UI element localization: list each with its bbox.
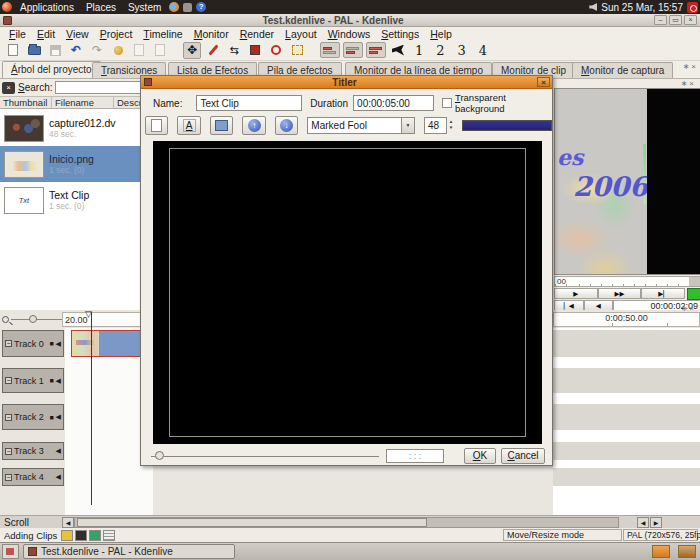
clip-row-capture012[interactable]: capture012.dv 48 sec. bbox=[0, 110, 150, 146]
record-zone-button[interactable] bbox=[687, 288, 700, 300]
timeline-clip-inicio[interactable] bbox=[72, 331, 99, 356]
monitor-ruler[interactable]: 00 bbox=[554, 276, 700, 287]
audio-track-icon[interactable]: ◀ bbox=[56, 377, 61, 385]
track-lane[interactable] bbox=[553, 442, 700, 460]
lower-object-button[interactable]: ↓ bbox=[275, 116, 298, 135]
track-header-1[interactable]: − Track 1 ■ ◀ bbox=[2, 368, 64, 393]
video-track-icon[interactable]: ■ bbox=[49, 377, 53, 384]
layout-4-button[interactable]: 4 bbox=[474, 43, 492, 58]
status-contrast-icon[interactable] bbox=[75, 530, 87, 541]
title-canvas[interactable] bbox=[153, 141, 542, 444]
audio-thumbnails-button[interactable] bbox=[389, 42, 407, 59]
clip-row-inicio[interactable]: Inicio.png 1 sec. (0) bbox=[0, 146, 150, 182]
scrollbar-thumb[interactable] bbox=[77, 518, 427, 527]
open-project-button[interactable] bbox=[25, 42, 43, 59]
track-header-3[interactable]: − Track 3 ◀ bbox=[2, 442, 64, 460]
track-lane[interactable] bbox=[553, 468, 700, 486]
taskbar-window-button[interactable]: Test.kdenlive - PAL - Kdenlive bbox=[23, 544, 235, 559]
menu-edit[interactable]: Edit bbox=[32, 28, 60, 40]
track-lane[interactable] bbox=[553, 330, 700, 357]
add-rect-button[interactable] bbox=[210, 116, 233, 135]
cancel-button[interactable]: Cancel bbox=[501, 448, 545, 464]
spacer-tool-button[interactable]: ⇆ bbox=[225, 42, 243, 59]
track-lane[interactable] bbox=[553, 404, 700, 430]
menu-render[interactable]: Render bbox=[235, 28, 279, 40]
dialog-titlebar[interactable]: Titler × bbox=[141, 76, 552, 89]
window-titlebar[interactable]: Test.kdenlive - PAL - Kdenlive – ▭ × bbox=[0, 14, 700, 27]
menu-timeline[interactable]: Timeline bbox=[138, 28, 187, 40]
timeline-ruler-right[interactable]: 0:00:50.00 bbox=[553, 312, 700, 327]
column-thumbnail[interactable]: Thumbnail bbox=[0, 97, 52, 108]
timeline-position-slider[interactable] bbox=[151, 456, 379, 457]
selected-clip-group[interactable] bbox=[71, 330, 151, 357]
minimize-button[interactable]: – bbox=[654, 15, 667, 25]
move-tool-button[interactable]: ✥ bbox=[183, 42, 201, 59]
menu-layout[interactable]: Layout bbox=[280, 28, 322, 40]
raise-object-button[interactable]: ↑ bbox=[242, 116, 265, 135]
clock[interactable]: Sun 25 Mar, 15:57 bbox=[601, 2, 683, 13]
tab-capture-monitor[interactable]: Monitor de captura bbox=[572, 62, 673, 78]
status-monitor-icon[interactable] bbox=[89, 530, 101, 541]
audio-track-icon[interactable]: ◀ bbox=[56, 340, 61, 348]
layout-1-button[interactable]: 1 bbox=[410, 43, 428, 58]
razor-tool-button[interactable] bbox=[204, 42, 222, 59]
maximize-button[interactable]: ▭ bbox=[669, 15, 682, 25]
text-color-swatch[interactable] bbox=[462, 120, 552, 131]
playhead-line[interactable] bbox=[91, 312, 92, 505]
workspace-switcher-icon[interactable] bbox=[652, 545, 670, 558]
scroll-left-arrow[interactable]: ◀ bbox=[62, 517, 74, 528]
help-icon[interactable]: ? bbox=[196, 2, 206, 12]
background-button[interactable] bbox=[145, 116, 168, 135]
zoom-slider[interactable] bbox=[11, 319, 62, 320]
collapse-icon[interactable]: − bbox=[5, 448, 12, 455]
dock-close-icon[interactable]: × bbox=[689, 79, 696, 88]
places-menu[interactable]: Places bbox=[82, 2, 120, 13]
menu-help[interactable]: Help bbox=[425, 28, 457, 40]
render-button[interactable] bbox=[267, 42, 285, 59]
fast-forward-button[interactable]: ▶▶ bbox=[598, 288, 642, 299]
position-field[interactable]: : : : bbox=[386, 449, 444, 463]
menu-file[interactable]: File bbox=[4, 28, 31, 40]
new-project-button[interactable] bbox=[4, 42, 22, 59]
zoom-slider-handle[interactable] bbox=[29, 315, 37, 323]
pane-scroll-right[interactable]: ▶ bbox=[650, 517, 662, 528]
spin-up-icon[interactable]: ▲ bbox=[449, 120, 453, 125]
distro-logo-icon[interactable] bbox=[2, 2, 12, 12]
track-header-4[interactable]: − Track 4 ◀ bbox=[2, 468, 64, 486]
collapse-icon[interactable]: − bbox=[5, 474, 12, 481]
font-size-stepper[interactable]: ▲ ▼ bbox=[449, 120, 453, 130]
system-menu[interactable]: System bbox=[124, 2, 165, 13]
play-button[interactable]: ▶ bbox=[554, 288, 598, 299]
video-track-icon[interactable]: ■ bbox=[49, 414, 53, 421]
dock-close-icon[interactable]: × bbox=[691, 62, 698, 71]
status-marker-icon[interactable] bbox=[61, 530, 73, 541]
menu-monitor[interactable]: Monitor bbox=[189, 28, 234, 40]
name-field[interactable]: Text Clip bbox=[196, 95, 302, 111]
pane-scroll-left[interactable]: ◀ bbox=[637, 517, 649, 528]
clip-list-header[interactable]: Thumbnail Filename Description bbox=[0, 96, 150, 109]
audio-track-icon[interactable]: ◀ bbox=[56, 473, 61, 481]
layout-3-button[interactable]: 3 bbox=[453, 43, 471, 58]
duration-field[interactable]: 00:00:05:00 bbox=[353, 95, 434, 111]
transparent-label[interactable]: Transparent background bbox=[455, 92, 552, 114]
launcher-icon[interactable] bbox=[183, 3, 192, 12]
status-list-icon[interactable] bbox=[103, 530, 115, 541]
audio-track-icon[interactable]: ◀ bbox=[56, 413, 61, 421]
collapse-icon[interactable]: − bbox=[5, 340, 12, 347]
trash-icon[interactable] bbox=[678, 545, 696, 558]
track-header-0[interactable]: − Track 0 ■ ◀ bbox=[2, 330, 64, 357]
menu-settings[interactable]: Settings bbox=[376, 28, 424, 40]
ok-button[interactable]: OK bbox=[464, 448, 496, 464]
clip-row-textclip[interactable]: Txt Text Clip 1 sec. (0) bbox=[0, 182, 150, 218]
applications-menu[interactable]: Applications bbox=[16, 2, 78, 13]
video-track-icon[interactable]: ■ bbox=[49, 340, 53, 347]
collapse-icon[interactable]: − bbox=[5, 377, 12, 384]
collapse-icon[interactable]: − bbox=[5, 414, 12, 421]
go-to-end-button[interactable]: ▶▏ bbox=[641, 288, 685, 299]
chevron-down-icon[interactable]: ▼ bbox=[401, 118, 414, 133]
transparent-checkbox[interactable] bbox=[442, 98, 452, 108]
clipboard-button[interactable] bbox=[109, 42, 127, 59]
logout-icon[interactable] bbox=[687, 2, 698, 13]
track-header-2[interactable]: − Track 2 ■ ◀ bbox=[2, 404, 64, 430]
font-select[interactable]: Marked Fool ▼ bbox=[307, 117, 415, 134]
